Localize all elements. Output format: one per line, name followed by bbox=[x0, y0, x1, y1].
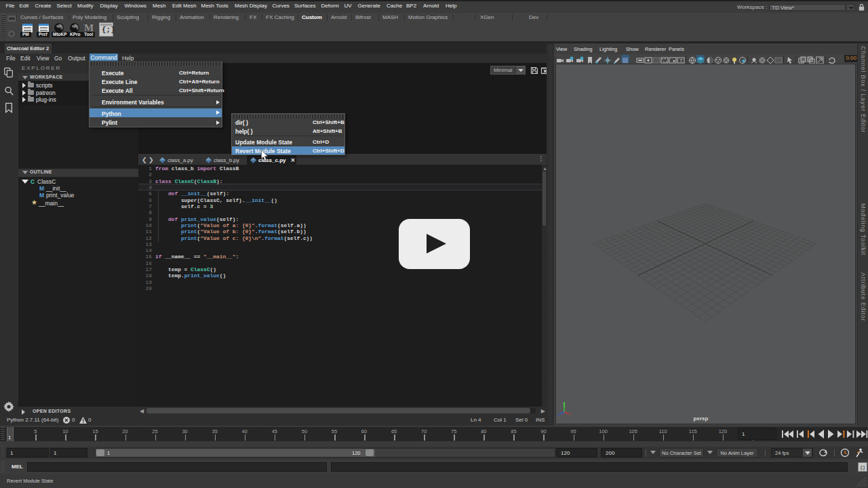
svg-text:T: T bbox=[679, 58, 683, 64]
